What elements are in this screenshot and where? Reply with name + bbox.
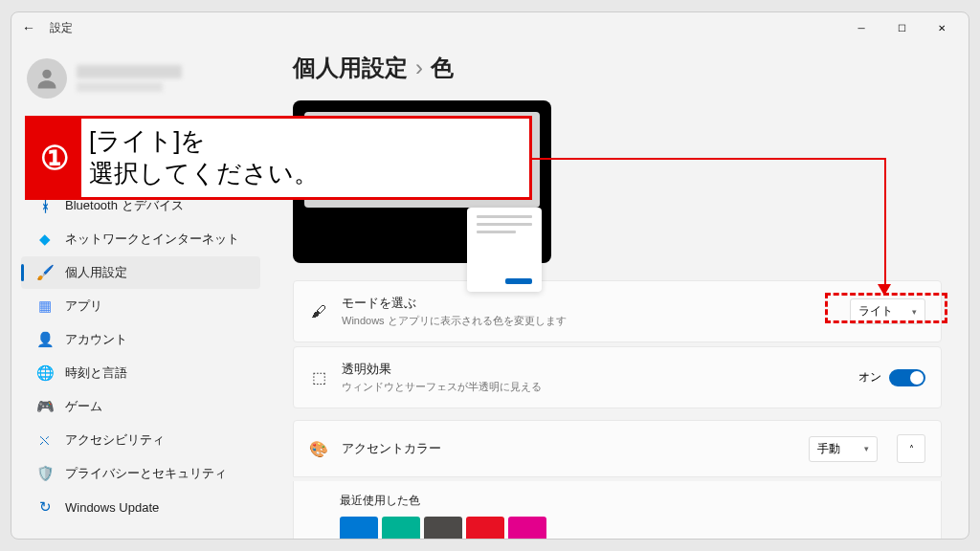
color-swatch[interactable] — [424, 517, 462, 539]
transparency-toggle[interactable] — [889, 369, 925, 386]
user-name-blurred — [77, 65, 182, 78]
transparency-icon: ⬚ — [309, 368, 328, 387]
sidebar-item-accounts[interactable]: 👤アカウント — [21, 323, 260, 356]
sidebar-item-accessibility[interactable]: ⛌アクセシビリティ — [21, 424, 260, 456]
wifi-icon: ◆ — [36, 231, 54, 248]
recent-colors-label: 最近使用した色 — [340, 493, 925, 509]
user-email-blurred — [77, 82, 163, 92]
breadcrumb-current: 色 — [431, 53, 454, 83]
annotation-line-v — [884, 158, 886, 284]
annotation-callout: ① [ライト]を 選択してください。 — [25, 116, 532, 200]
back-button[interactable]: ← — [19, 18, 38, 37]
account-icon: 👤 — [36, 331, 54, 348]
sidebar-item-label: 時刻と言語 — [65, 364, 127, 382]
sidebar-item-gaming[interactable]: 🎮ゲーム — [21, 390, 260, 423]
chevron-right-icon: › — [415, 55, 423, 81]
update-icon: ↻ — [36, 498, 54, 516]
color-swatch[interactable] — [466, 517, 504, 539]
setting-mode-desc: Windows とアプリに表示される色を変更します — [342, 314, 836, 328]
chevron-down-icon: ▾ — [864, 444, 869, 453]
sidebar-item-privacy[interactable]: 🛡️プライバシーとセキュリティ — [21, 457, 260, 490]
user-section[interactable] — [15, 51, 266, 110]
breadcrumb: 個人用設定 › 色 — [293, 53, 942, 83]
sidebar-item-time[interactable]: 🌐時刻と言語 — [21, 357, 260, 389]
sidebar-item-label: アプリ — [65, 298, 102, 315]
setting-transparency-desc: ウィンドウとサーフェスが半透明に見える — [342, 380, 845, 394]
minimize-button[interactable]: ─ — [842, 14, 880, 41]
shield-icon: 🛡️ — [36, 465, 54, 482]
annotation-line-h — [532, 158, 886, 160]
annotation-arrowhead — [878, 284, 891, 296]
sidebar-item-network[interactable]: ◆ネットワークとインターネット — [21, 223, 260, 255]
color-section: 最近使用した色 Windows の色 — [293, 481, 942, 539]
setting-accent[interactable]: 🎨 アクセントカラー 手動 ▾ ˄ — [293, 420, 942, 477]
sidebar-item-update[interactable]: ↻Windows Update — [21, 491, 260, 523]
annotation-badge: ① — [28, 119, 81, 197]
svg-point-0 — [42, 70, 51, 78]
setting-accent-title: アクセントカラー — [342, 440, 795, 457]
accent-expand-button[interactable]: ˄ — [897, 434, 925, 463]
sidebar-item-label: プライバシーとセキュリティ — [65, 465, 227, 482]
chevron-down-icon: ▾ — [912, 307, 917, 317]
palette-icon: 🎨 — [309, 439, 328, 458]
accent-dropdown-value: 手動 — [817, 441, 840, 457]
sidebar-item-label: ゲーム — [65, 398, 102, 415]
mode-dropdown-value: ライト — [858, 303, 893, 320]
breadcrumb-parent[interactable]: 個人用設定 — [293, 53, 408, 83]
gamepad-icon: 🎮 — [36, 398, 54, 415]
toggle-label: オン — [858, 369, 881, 386]
nav-list: 🖥️システム ᚼBluetooth とデバイス ◆ネットワークとインターネット … — [15, 156, 266, 523]
sidebar-item-label: アカウント — [65, 331, 127, 348]
recent-swatches — [340, 517, 925, 539]
preview-window-card — [467, 208, 542, 292]
setting-transparency-title: 透明効果 — [342, 361, 845, 378]
apps-icon: ▦ — [36, 298, 54, 315]
settings-window: ← 設定 ─ ☐ ✕ 🔍 🖥️システ — [11, 11, 969, 540]
setting-mode-title: モードを選ぶ — [342, 295, 836, 312]
color-swatch[interactable] — [382, 517, 420, 539]
brush-icon: 🖌️ — [36, 264, 54, 281]
maximize-button[interactable]: ☐ — [882, 14, 921, 41]
sidebar-item-personalization[interactable]: 🖌️個人用設定 — [21, 256, 260, 289]
accessibility-icon: ⛌ — [36, 431, 54, 449]
titlebar: ← 設定 ─ ☐ ✕ — [11, 12, 969, 43]
sidebar-item-label: 個人用設定 — [65, 264, 127, 281]
window-title: 設定 — [50, 20, 73, 36]
sidebar-item-label: Windows Update — [65, 500, 159, 515]
color-swatch[interactable] — [340, 517, 378, 539]
mode-dropdown[interactable]: ライト ▾ — [850, 298, 925, 324]
setting-transparency[interactable]: ⬚ 透明効果 ウィンドウとサーフェスが半透明に見える オン — [293, 346, 942, 408]
globe-icon: 🌐 — [36, 364, 54, 382]
avatar — [27, 58, 67, 99]
brush-mode-icon: 🖌 — [309, 302, 328, 321]
sidebar-item-apps[interactable]: ▦アプリ — [21, 290, 260, 322]
sidebar-item-label: ネットワークとインターネット — [65, 231, 239, 248]
accent-dropdown[interactable]: 手動 ▾ — [809, 436, 878, 462]
close-button[interactable]: ✕ — [923, 14, 961, 41]
sidebar-item-label: アクセシビリティ — [65, 431, 165, 449]
chevron-up-icon: ˄ — [909, 444, 914, 454]
setting-mode[interactable]: 🖌 モードを選ぶ Windows とアプリに表示される色を変更します ライト ▾ — [293, 280, 942, 342]
annotation-text: [ライト]を 選択してください。 — [81, 119, 529, 197]
color-swatch[interactable] — [508, 517, 546, 539]
